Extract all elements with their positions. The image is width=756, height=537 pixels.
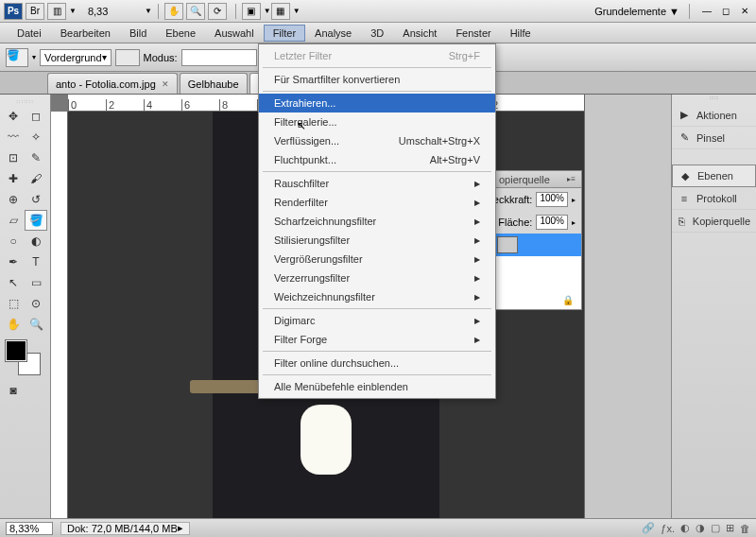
menu-datei[interactable]: Datei: [8, 25, 51, 42]
menu-item-smartfilter[interactable]: Für Smartfilter konvertieren: [259, 70, 495, 89]
type-tool[interactable]: T: [25, 251, 47, 272]
eyedropper-tool[interactable]: ✎: [25, 147, 47, 168]
menu-3d[interactable]: 3D: [361, 25, 393, 42]
menu-item-stilisierungsfilter[interactable]: Stilisierungsfilter: [259, 231, 495, 250]
new-layer-icon[interactable]: ⊞: [726, 522, 734, 534]
quickmask-tool[interactable]: ◙: [2, 380, 25, 401]
menu-item-vergroesserungsfilter[interactable]: Vergrößerungsfilter: [259, 250, 495, 268]
link-icon[interactable]: 🔗: [642, 522, 655, 534]
menu-analyse[interactable]: Analyse: [305, 25, 361, 42]
panel-protokoll[interactable]: ≡Protokoll: [672, 187, 756, 210]
history-brush-tool[interactable]: ↺: [25, 189, 47, 210]
screenmode-icon[interactable]: ▣: [242, 3, 261, 20]
menu-bild[interactable]: Bild: [120, 25, 156, 42]
pattern-swatch[interactable]: [115, 49, 140, 66]
menu-item-rauschfilter[interactable]: Rauschfilter: [259, 174, 495, 193]
healing-tool[interactable]: ✚: [2, 168, 25, 189]
zoom-level[interactable]: 8,33: [88, 6, 145, 17]
pen-tool[interactable]: ✒: [2, 251, 25, 272]
shape-tool[interactable]: ▭: [25, 272, 47, 293]
folder-icon[interactable]: ▢: [711, 522, 720, 534]
fx-icon[interactable]: ƒx.: [661, 523, 675, 534]
lock-icon: 🔒: [562, 295, 574, 305]
layers-list[interactable]: 🔒: [493, 234, 581, 309]
menu-auswahl[interactable]: Auswahl: [205, 25, 264, 42]
menu-item-show-all[interactable]: Alle Menübefehle einblenden: [259, 377, 495, 396]
close-button[interactable]: ✕: [737, 5, 752, 18]
menu-bar: Datei Bearbeiten Bild Ebene Auswahl Filt…: [0, 23, 756, 43]
camera-tool[interactable]: ⊙: [25, 293, 47, 314]
arrange-icon[interactable]: ▦: [271, 3, 290, 20]
stamp-tool[interactable]: ⊕: [2, 189, 25, 210]
kopierquelle-panel[interactable]: opierquelle▸≡ Deckkraft:100%▸ Fläche:100…: [492, 170, 582, 310]
document-tab[interactable]: anto - Fotolia.com.jpg✕: [47, 73, 178, 94]
menu-item-scharfzeichnungsfilter[interactable]: Scharfzeichnungsfilter: [259, 212, 495, 231]
move-tool[interactable]: ✥: [2, 106, 25, 127]
panel-menu-icon[interactable]: ▸≡: [567, 175, 576, 183]
fill-value[interactable]: 100%: [536, 215, 568, 230]
hand-tool-icon[interactable]: ✋: [164, 3, 183, 20]
menu-item-verzerrungsfilter[interactable]: Verzerrungsfilter: [259, 268, 495, 287]
rotate-icon[interactable]: ⟳: [208, 3, 227, 20]
menu-item-filterforge[interactable]: Filter Forge: [259, 330, 495, 349]
fill-label: Fläche:: [498, 217, 532, 228]
panel-kopierquelle[interactable]: ⎘Kopierquelle: [672, 210, 756, 233]
bridge-launcher-icon[interactable]: Br: [26, 3, 44, 20]
menu-item-extrahieren[interactable]: Extrahieren...: [259, 94, 495, 113]
clone-icon: ⎘: [678, 216, 687, 227]
layer-row-active[interactable]: [493, 234, 581, 256]
menu-item-digimarc[interactable]: Digimarc: [259, 311, 495, 330]
menu-hilfe[interactable]: Hilfe: [501, 25, 541, 42]
menu-ebene[interactable]: Ebene: [156, 25, 205, 42]
3d-tool[interactable]: ⬚: [2, 293, 25, 314]
menu-ansicht[interactable]: Ansicht: [393, 25, 446, 42]
foreground-dropdown[interactable]: Vordergrund ▾: [40, 49, 112, 66]
workspace-selector[interactable]: Grundelemente ▼: [594, 6, 679, 17]
mode-dropdown[interactable]: [181, 49, 257, 66]
hand-tool[interactable]: ✋: [2, 314, 25, 335]
opacity-value[interactable]: 100%: [536, 192, 568, 207]
panel-aktionen[interactable]: ▶Aktionen: [672, 104, 756, 127]
bucket-tool[interactable]: 🪣: [25, 210, 47, 231]
brush-tool[interactable]: 🖌: [25, 168, 47, 189]
path-tool[interactable]: ↖: [2, 272, 25, 293]
trash-icon[interactable]: 🗑: [740, 523, 750, 534]
minimize-button[interactable]: —: [699, 5, 714, 18]
menu-item-renderfilter[interactable]: Renderfilter: [259, 193, 495, 212]
zoom-status[interactable]: 8,33%: [6, 522, 53, 535]
maximize-button[interactable]: ◻: [718, 5, 733, 18]
crop-tool[interactable]: ⊡: [2, 147, 25, 168]
vertical-ruler[interactable]: [51, 112, 68, 518]
menu-item-weichzeichnungsfilter[interactable]: Weichzeichnungsfilter: [259, 287, 495, 306]
chevron-icon[interactable]: ▸: [572, 196, 576, 204]
zoom-tool[interactable]: 🔍: [25, 314, 47, 335]
color-swatches[interactable]: [6, 340, 40, 374]
ps-launcher-icon[interactable]: Ps: [4, 3, 23, 20]
menu-filter[interactable]: Filter: [264, 25, 305, 42]
history-icon: ≡: [678, 193, 691, 204]
play-icon: ▶: [678, 109, 691, 121]
document-tab[interactable]: Gelbhaube: [180, 73, 248, 94]
wand-tool[interactable]: ✧: [25, 127, 47, 147]
menu-bearbeiten[interactable]: Bearbeiten: [51, 25, 120, 42]
filmstrip-icon[interactable]: ▥: [47, 3, 66, 20]
menu-item-filter-online[interactable]: Filter online durchsuchen...: [259, 354, 495, 372]
doc-info[interactable]: Dok: 72,0 MB/144,0 MB ▸: [60, 522, 190, 535]
mask-icon[interactable]: ◐: [680, 522, 690, 534]
menu-item-filtergalerie[interactable]: Filtergalerie...: [259, 113, 495, 131]
blur-tool[interactable]: ○: [2, 231, 25, 251]
lasso-tool[interactable]: 〰: [2, 127, 25, 147]
panel-ebenen[interactable]: ◆Ebenen: [672, 165, 756, 187]
menu-item-fluchtpunkt[interactable]: Fluchtpunkt...Alt+Strg+V: [259, 150, 495, 169]
current-tool-icon[interactable]: 🪣: [6, 48, 28, 67]
marquee-tool[interactable]: ◻: [25, 106, 47, 127]
adjustment-icon[interactable]: ◑: [696, 522, 705, 534]
panel-pinsel[interactable]: ✎Pinsel: [672, 127, 756, 149]
menu-item-verfluessigen[interactable]: Verflüssigen...Umschalt+Strg+X: [259, 131, 495, 150]
eraser-tool[interactable]: ▱: [2, 210, 25, 231]
chevron-icon[interactable]: ▸: [572, 218, 576, 227]
dodge-tool[interactable]: ◐: [25, 231, 47, 251]
menu-fenster[interactable]: Fenster: [446, 25, 500, 42]
zoom-tool-icon[interactable]: 🔍: [186, 3, 205, 20]
close-icon[interactable]: ✕: [162, 79, 169, 89]
